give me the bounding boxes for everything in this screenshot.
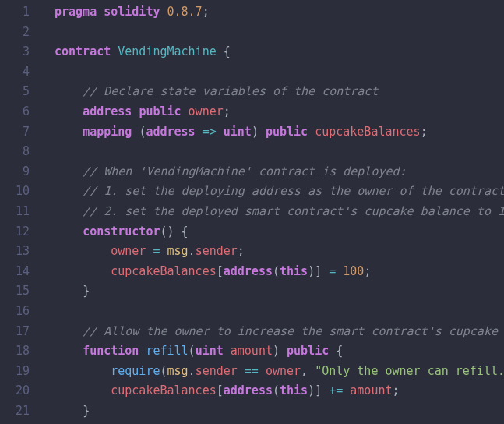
token-kw: uint (224, 125, 252, 139)
line-number: 10 (0, 182, 30, 202)
token-var: cupcakeBalances (315, 125, 420, 139)
token-pl (160, 244, 167, 258)
token-var: owner (266, 364, 301, 378)
token-cm: // Declare state variables of the contra… (83, 84, 378, 98)
token-pn: ) (273, 344, 280, 358)
token-pl (55, 224, 83, 238)
token-pn: { (336, 344, 343, 358)
token-pn: . (189, 244, 196, 258)
token-pn: ; (421, 125, 428, 139)
token-op: += (329, 383, 343, 398)
line-number: 12 (0, 222, 30, 242)
code-area[interactable]: pragma solidity 0.8.7; contract VendingM… (39, 0, 504, 424)
token-op: == (245, 364, 259, 378)
line-number: 3 (0, 42, 30, 62)
token-var: cupcakeBalances (111, 264, 216, 278)
line-number: 4 (0, 62, 30, 83)
line-number: 11 (0, 202, 30, 222)
code-line[interactable]: constructor() { (55, 222, 504, 242)
token-pl (259, 364, 266, 378)
code-line[interactable]: contract VendingMachine { (55, 42, 504, 62)
token-pl (55, 125, 83, 139)
line-number: 9 (0, 162, 30, 182)
token-pl (322, 264, 329, 278)
code-line[interactable]: // Declare state variables of the contra… (55, 82, 504, 102)
token-pl (55, 104, 83, 118)
code-line[interactable]: // When 'VendingMachine' contract is dep… (55, 162, 504, 182)
token-str: "Only the owner can refill." (315, 364, 504, 378)
code-line[interactable] (55, 142, 504, 162)
token-pl (217, 44, 224, 58)
token-kw: address (224, 264, 273, 278)
token-pl (280, 344, 287, 358)
line-number: 2 (0, 23, 30, 43)
token-pn: { (224, 44, 231, 58)
line-number: 17 (0, 322, 30, 342)
token-pl (55, 324, 83, 338)
token-pn: ) (167, 224, 174, 238)
code-line[interactable]: mapping (address => uint) public cupcake… (55, 122, 504, 143)
token-id: msg (167, 364, 189, 378)
line-number: 20 (0, 381, 30, 401)
token-pn: ; (393, 383, 400, 398)
line-number: 7 (0, 122, 30, 143)
token-kw: address (83, 104, 132, 118)
token-var: cupcakeBalances (111, 383, 216, 398)
token-pn: ( (189, 344, 196, 358)
code-line[interactable]: } (55, 281, 504, 302)
token-pn: } (83, 284, 90, 298)
line-number: 14 (0, 262, 30, 282)
token-pl (55, 284, 83, 298)
token-pn: } (83, 404, 90, 418)
code-line[interactable]: owner = msg.sender; (55, 242, 504, 262)
token-pl (55, 404, 83, 418)
token-fn: require (111, 364, 160, 378)
code-line[interactable]: cupcakeBalances[address(this)] += amount… (55, 381, 504, 401)
token-var: owner (189, 104, 224, 118)
token-pl (174, 224, 182, 238)
code-line[interactable]: function refill(uint amount) public { (55, 341, 504, 362)
token-kw: uint (196, 344, 224, 358)
token-pl (322, 383, 329, 398)
token-var: amount (350, 383, 392, 398)
code-line[interactable]: pragma solidity 0.8.7; (55, 2, 504, 23)
token-kw: mapping (83, 125, 132, 139)
line-number: 21 (0, 401, 30, 422)
line-number: 18 (0, 341, 30, 362)
token-pl (238, 364, 245, 378)
token-var: amount (231, 344, 273, 358)
token-pl (182, 104, 189, 118)
code-line[interactable]: // 2. set the deployed smart contract's … (55, 202, 504, 222)
line-number: 8 (0, 142, 30, 162)
code-line[interactable]: cupcakeBalances[address(this)] = 100; (55, 262, 504, 282)
token-pl (160, 5, 167, 19)
token-pl (224, 344, 231, 358)
token-kw: function (83, 344, 139, 358)
line-number: 15 (0, 281, 30, 302)
token-pn: ( (273, 383, 280, 398)
line-number-gutter: 123456789101112131415161718192021 (0, 0, 39, 424)
token-op: => (203, 125, 217, 139)
code-line[interactable] (55, 62, 504, 83)
token-pn: ; (238, 244, 245, 258)
token-fn: refill (146, 344, 188, 358)
token-id: msg (167, 244, 189, 258)
code-line[interactable]: } (55, 401, 504, 422)
token-kw: this (280, 383, 308, 398)
token-pl (111, 44, 118, 58)
code-line[interactable] (55, 23, 504, 43)
token-kw: this (280, 264, 308, 278)
token-pn: ) (308, 264, 315, 278)
code-line[interactable]: require(msg.sender == owner, "Only the o… (55, 362, 504, 382)
token-pn: ) (252, 125, 259, 139)
token-pl (329, 344, 336, 358)
code-editor[interactable]: 123456789101112131415161718192021 pragma… (0, 0, 504, 424)
token-kw: address (146, 125, 195, 139)
code-line[interactable]: address public owner; (55, 102, 504, 122)
code-line[interactable] (55, 302, 504, 322)
token-num: 100 (343, 264, 364, 278)
token-pn: ; (364, 264, 371, 278)
code-line[interactable]: // 1. set the deploying address as the o… (55, 182, 504, 202)
code-line[interactable]: // Allow the owner to increase the smart… (55, 322, 504, 342)
token-kw: contract (55, 44, 111, 58)
